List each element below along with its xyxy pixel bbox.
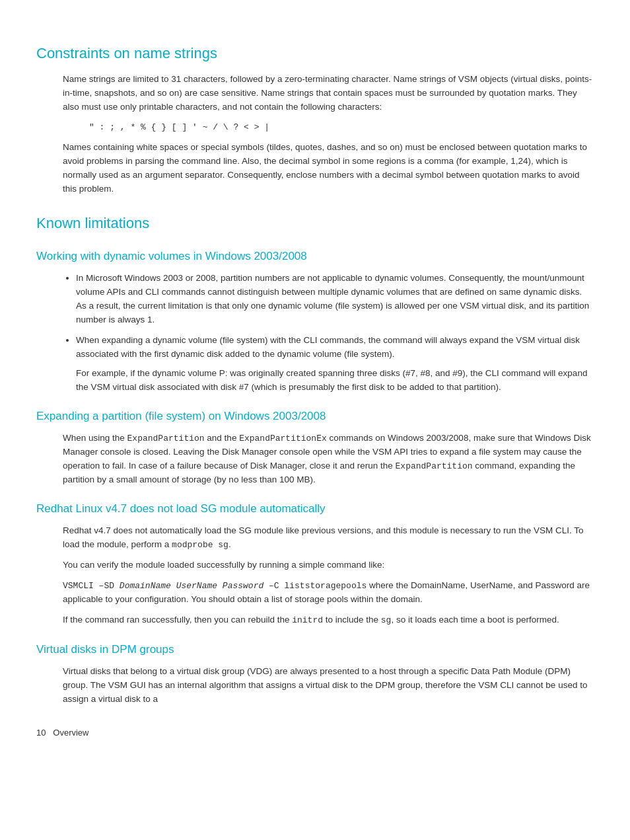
virtual-para: Virtual disks that belong to a virtual d… — [63, 665, 594, 706]
list-item: When expanding a dynamic volume (file sy… — [76, 334, 594, 395]
redhat-code4: sg — [381, 615, 392, 625]
footer-page: 10 — [36, 728, 46, 738]
expanding-code2: ExpandPartitionEx — [239, 434, 327, 443]
list-item: In Microsoft Windows 2003 or 2008, parti… — [76, 272, 594, 327]
constraints-para2: Names containing white spaces or special… — [63, 141, 594, 196]
redhat-code3: initrd — [292, 615, 323, 625]
redhat-para1: Redhat v4.7 does not automatically load … — [63, 524, 594, 552]
section-title-constraints: Constraints on name strings — [36, 42, 594, 65]
expanding-para: When using the ExpandPartition and the E… — [63, 432, 594, 487]
bullet1-text: In Microsoft Windows 2003 or 2008, parti… — [76, 273, 589, 325]
expanding-code3: ExpandPartition — [396, 461, 473, 471]
section-title-known: Known limitations — [36, 212, 594, 235]
sub-title-redhat: Redhat Linux v4.7 does not load SG modul… — [36, 500, 594, 517]
redhat-code2-para: VSMCLI –SD DomainName UserName Password … — [63, 579, 594, 607]
footer-text: Overview — [53, 728, 88, 738]
constraints-para1: Name strings are limited to 31 character… — [63, 73, 594, 114]
redhat-para3-end: , so it loads each time a boot is perfor… — [391, 615, 559, 625]
redhat-para3-mid: to include the — [323, 615, 381, 625]
bullet2-text: When expanding a dynamic volume (file sy… — [76, 335, 580, 359]
redhat-text-end: . — [228, 539, 231, 549]
redhat-para3: If the command ran successfully, then yo… — [63, 613, 594, 627]
redhat-text-prefix: Redhat v4.7 does not automatically load … — [63, 525, 583, 549]
sub-title-virtual: Virtual disks in DPM groups — [36, 641, 594, 658]
sub-title-expanding: Expanding a partition (file system) on W… — [36, 408, 594, 425]
redhat-code1: modprobe sg — [172, 540, 228, 550]
redhat-para3-prefix: If the command ran successfully, then yo… — [63, 615, 292, 625]
redhat-para2: You can verify the module loaded success… — [63, 558, 594, 572]
bullet2-sub: For example, if the dynamic volume P: wa… — [76, 367, 594, 395]
expanding-text-mid1: and the — [205, 433, 240, 443]
sub-title-dynamic: Working with dynamic volumes in Windows … — [36, 248, 594, 265]
constraints-code: " : ; , * % { } [ ] ' ~ / \ ? < > | — [89, 121, 594, 134]
expanding-text-prefix: When using the — [63, 433, 127, 443]
page-footer: 10 Overview — [36, 726, 594, 740]
dynamic-bullet-list: In Microsoft Windows 2003 or 2008, parti… — [76, 272, 594, 394]
redhat-code2: VSMCLI –SD DomainName UserName Password … — [63, 581, 367, 591]
expanding-code1: ExpandPartition — [127, 434, 205, 443]
